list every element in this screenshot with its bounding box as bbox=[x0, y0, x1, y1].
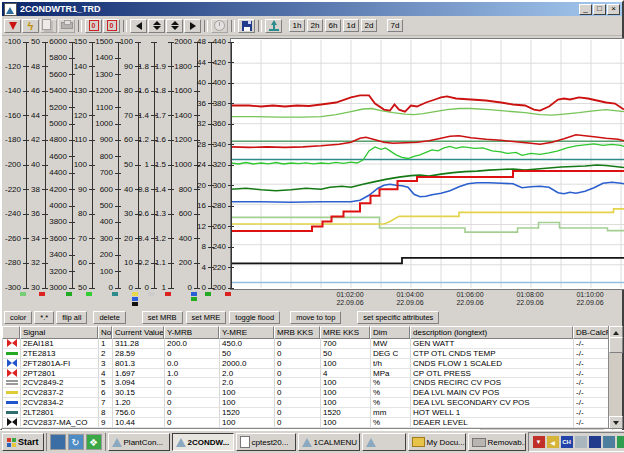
alarm-ack-icon bbox=[9, 22, 17, 30]
range-1d-button[interactable]: 1d bbox=[343, 19, 359, 32]
quicklaunch-app-icon[interactable]: ❖ bbox=[86, 434, 102, 450]
--button[interactable]: *.* bbox=[34, 311, 54, 324]
axis-tick-label: 800 bbox=[179, 186, 192, 194]
close-button[interactable]: × bbox=[607, 4, 620, 15]
move-to-top-button[interactable]: move to top bbox=[290, 311, 341, 324]
app-tray-icon[interactable] bbox=[589, 436, 601, 448]
status-tray-icon[interactable] bbox=[575, 436, 587, 448]
minimize-button[interactable]: _ bbox=[579, 4, 592, 15]
flip-all-button[interactable]: flip all bbox=[56, 311, 87, 324]
col-header-icon[interactable] bbox=[2, 326, 20, 339]
table-row-2CV2837-2[interactable]: 2CV2837-2630.1501000100%DEA LVL MAIN CV … bbox=[3, 388, 622, 398]
scroll-right-button[interactable] bbox=[184, 19, 201, 33]
axis-tick-label: 1.2 bbox=[155, 235, 166, 243]
cell-dim: % bbox=[371, 398, 411, 408]
col-header-mrb-kks[interactable]: MRB KKS bbox=[274, 326, 320, 339]
trend-plot[interactable] bbox=[230, 38, 624, 290]
print-button[interactable] bbox=[58, 19, 75, 33]
axis-tick-label: 10 bbox=[124, 259, 133, 267]
set-specific-attributes-button[interactable]: set specific attributes bbox=[357, 311, 439, 324]
scroll-left-button[interactable] bbox=[130, 19, 147, 33]
maximize-button[interactable]: □ bbox=[593, 4, 606, 15]
axis-tick-label: 140 bbox=[74, 63, 87, 71]
cell-ymre: 2.0 bbox=[220, 369, 275, 379]
line-marker-icon bbox=[3, 388, 21, 398]
set-mre-button[interactable]: set MRE bbox=[186, 311, 227, 324]
quicklaunch-refresh-icon[interactable]: ↻ bbox=[68, 434, 84, 450]
alarm-tray-icon[interactable]: ▼ bbox=[533, 436, 545, 448]
table-row-2PT2801[interactable]: 2PT280141.6971.02.004MPaCP OTL PRESS-/- bbox=[3, 369, 622, 379]
table-row-2EAI181[interactable]: 2EAI1811311.28200.0450.00700MWGEN WATT-/… bbox=[3, 339, 622, 349]
col-header-dim[interactable]: Dim bbox=[370, 326, 410, 339]
save-button[interactable] bbox=[238, 19, 255, 33]
volume-tray-icon[interactable]: ◀ bbox=[547, 436, 559, 448]
lightning-icon: ϟ bbox=[28, 21, 34, 31]
lightning-button[interactable]: ϟ bbox=[22, 19, 39, 33]
table-row-2FT2801A-FI[interactable]: 2FT2801A-FI3801.30.02000.00100t/hCNDS FL… bbox=[3, 359, 622, 369]
range-1h-button[interactable]: 1h bbox=[289, 19, 305, 32]
range-6h-button[interactable]: 6h bbox=[325, 19, 341, 32]
axis-tick-label: 0 bbox=[188, 284, 192, 292]
alarm-ack-button[interactable] bbox=[4, 19, 21, 33]
taskbar: Start ↻ ❖ PlantCon...2CONDW...cptest20..… bbox=[0, 430, 624, 453]
color-button[interactable]: color bbox=[4, 311, 32, 324]
axis-tick-label: 0 bbox=[109, 284, 113, 292]
range-2h-button[interactable]: 2h bbox=[307, 19, 323, 32]
axis-tick-label: 30 bbox=[31, 284, 40, 292]
range-7d-button[interactable]: 7d bbox=[387, 19, 403, 32]
table-row-2CV2837-MA_CO[interactable]: 2CV2837-MA_CO910.4401000100%DEAER LEVEL-… bbox=[3, 418, 622, 428]
axis-tick-label: 600 bbox=[179, 210, 192, 218]
sync-tray-icon[interactable] bbox=[617, 436, 624, 448]
axis-color-marker bbox=[112, 292, 118, 296]
task-button-plantcon-[interactable]: PlantCon... bbox=[108, 433, 170, 451]
axis-tick-label: 0.6 bbox=[138, 210, 149, 218]
vertical-scroll-thumb[interactable] bbox=[609, 337, 623, 353]
axis-tick-label: 100 bbox=[120, 38, 133, 46]
col-header-signal[interactable]: Signal bbox=[20, 326, 98, 339]
col-header-y-mrb[interactable]: Y-MRB bbox=[164, 326, 219, 339]
y-spinner-left-button[interactable] bbox=[148, 19, 165, 33]
col-header-no[interactable]: No bbox=[98, 326, 112, 339]
range-2d-button[interactable]: 2d bbox=[361, 19, 377, 32]
col-header-db-calcf[interactable]: DB-CalcF bbox=[573, 326, 613, 339]
export-up-button[interactable] bbox=[265, 19, 282, 33]
quicklaunch-desktop-icon[interactable] bbox=[50, 434, 66, 450]
col-header-description-longtext-[interactable]: description (longtext) bbox=[410, 326, 573, 339]
task-button-1calmenu[interactable]: 1CALMENU bbox=[298, 433, 360, 451]
table-row-2CV2834-2[interactable]: 2CV2834-271.2001000100%DEA LVL SECONDARY… bbox=[3, 398, 622, 408]
task-button-cptest20-[interactable]: cptest20... bbox=[236, 433, 296, 451]
table-row-2TE2813[interactable]: 2TE2813228.59050050DEG CCTP OTL CNDS TEM… bbox=[3, 349, 622, 359]
col-header-mre-kks[interactable]: MRE KKS bbox=[320, 326, 370, 339]
cell-no: 2 bbox=[99, 349, 113, 359]
col-header-current-value[interactable]: Current Value bbox=[112, 326, 164, 339]
task-button-2condw-[interactable]: 2CONDW... bbox=[172, 433, 234, 451]
y-spinner-right-button[interactable] bbox=[166, 19, 183, 33]
copy-page-button[interactable] bbox=[40, 19, 57, 33]
axis-tick-label: 400 bbox=[213, 79, 226, 87]
delete-button[interactable]: delete bbox=[93, 311, 125, 324]
table-row-2LT2801[interactable]: 2LT28018756.00152001520mmHOT WELL 1-/- bbox=[3, 408, 622, 418]
toggle-flood-button[interactable]: toggle flood bbox=[229, 311, 280, 324]
start-button[interactable]: Start bbox=[2, 433, 44, 451]
axis-tick-label: 60 bbox=[124, 136, 133, 144]
col-header-y-mre[interactable]: Y-MRE bbox=[219, 326, 274, 339]
table-row-2CV2849-2[interactable]: 2CV2849-253.09402.00100%CNDS RECIRC CV P… bbox=[3, 378, 622, 388]
axis-tick-label: 130 bbox=[74, 87, 87, 95]
axis-tick-label: 1.5 bbox=[155, 161, 166, 169]
time-cursor-button[interactable] bbox=[211, 19, 228, 33]
cell-mre-kks: 100 bbox=[321, 359, 371, 369]
time-range-buttons: 1h2h6h1d2d7d bbox=[289, 19, 403, 32]
vertical-scrollbar[interactable] bbox=[608, 326, 622, 429]
zero-right-button[interactable]: 0 bbox=[103, 19, 120, 33]
axis-tick-label: 8 bbox=[202, 243, 206, 251]
task-button-removab-[interactable]: Removab... bbox=[468, 433, 526, 451]
task-button-untitled[interactable] bbox=[362, 433, 406, 451]
axis-tick-label: -160 bbox=[5, 112, 21, 120]
set-mrb-button[interactable]: set MRB bbox=[142, 311, 183, 324]
axis-color-marker bbox=[132, 297, 138, 301]
task-button-my-docu-[interactable]: My Docu... bbox=[408, 433, 466, 451]
axis-tick-label: 5200 bbox=[49, 104, 67, 112]
network-tray-icon[interactable] bbox=[603, 436, 615, 448]
language-tray-icon[interactable]: CH bbox=[561, 436, 573, 448]
zero-left-button[interactable]: 0 bbox=[85, 19, 102, 33]
